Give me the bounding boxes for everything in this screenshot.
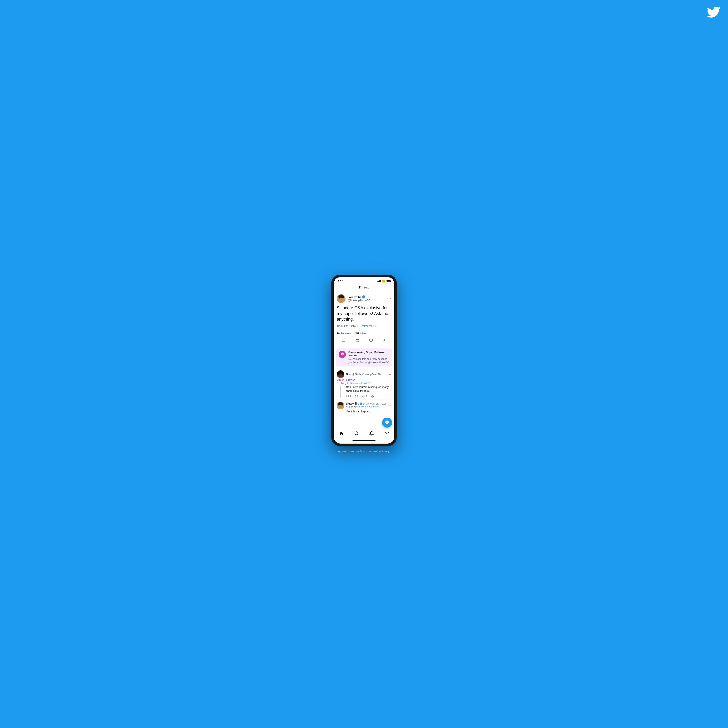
tweet-actions — [337, 337, 391, 344]
reply-tweet: Brie @Sktch_ComedyFan · 1h ··· Super Fol… — [333, 369, 395, 399]
reply-comment-action[interactable]: 1 — [346, 395, 351, 398]
reply-share-action[interactable] — [371, 395, 374, 398]
super-follows-title: You're seeing Super Follows content — [348, 351, 389, 357]
svg-point-13 — [337, 373, 340, 375]
reply-body: Can I breakout from using too many chemi… — [337, 385, 391, 398]
svg-point-22 — [340, 402, 342, 404]
reply-author-name-2: tiara willis — [346, 402, 359, 405]
tweet-author-row: tiara willis @MakeupForWOC ··· — [337, 294, 391, 303]
replying-to-2: Replying to @Sktch_Comedy... — [346, 405, 388, 408]
verified-badge-2 — [360, 402, 362, 405]
reply-header: Brie @Sktch_ComedyFan · 1h ··· — [337, 370, 391, 378]
compose-icon — [385, 420, 389, 425]
reply-action[interactable] — [342, 339, 346, 343]
reply-time: · 1h — [376, 373, 381, 376]
svg-point-14 — [342, 373, 344, 375]
share-action[interactable] — [382, 339, 387, 343]
nav-messages[interactable] — [385, 431, 389, 436]
thread-line — [337, 385, 344, 398]
phone-frame: 9:15 📶 ← Thread — [331, 275, 397, 446]
reply-more-button-2[interactable]: ··· — [388, 404, 391, 407]
status-time: 9:15 — [338, 280, 343, 283]
reply-meta-brie: Brie @Sktch_ComedyFan · 1h — [346, 373, 388, 376]
reply-author-handle: @Sktch_ComedyFan — [352, 373, 376, 376]
reply-meta-tiara: tiara willis @MakeupFor... · 10m Replyin… — [346, 402, 388, 409]
page-title: Thread — [359, 286, 370, 289]
twitter-logo — [707, 5, 720, 20]
nav-home[interactable] — [339, 431, 344, 436]
svg-point-16 — [338, 377, 344, 378]
reply-time-2: · 10m — [381, 402, 387, 405]
reply-more-button[interactable]: ··· — [388, 373, 391, 376]
like-action[interactable] — [369, 339, 373, 343]
verified-badge — [362, 295, 366, 298]
author-handle: @MakeupForWOC — [347, 299, 387, 302]
replies-section: Brie @Sktch_ComedyFan · 1h ··· Super Fol… — [333, 369, 395, 417]
reply-content: Can I breakout from using too many chemi… — [346, 385, 391, 398]
svg-line-26 — [357, 434, 358, 435]
wifi-icon: 📶 — [382, 280, 385, 283]
battery-icon — [386, 280, 390, 282]
svg-point-6 — [338, 301, 344, 303]
reply-text-brie: Can I breakout from using too many chemi… — [346, 385, 391, 393]
reply-author-handle-2: @MakeupFor... — [363, 402, 380, 405]
reply-like-action[interactable]: 4 — [362, 395, 367, 398]
reply-actions-brie: 1 — [346, 395, 391, 398]
author-info: tiara willis @MakeupForWOC — [347, 295, 387, 302]
status-icons: 📶 — [378, 280, 390, 283]
reply-text-tiara: Yes this can happen. — [337, 410, 391, 414]
back-button[interactable]: ← — [337, 285, 341, 290]
avatar — [337, 294, 346, 303]
reply-avatar-tiara — [337, 402, 344, 409]
more-options-button[interactable]: ··· — [387, 297, 391, 301]
tweet-meta: 12:32 PM · 9/1/21 · Twitter for iOS — [337, 324, 391, 327]
reply-author-name: Brie — [346, 373, 351, 376]
svg-point-24 — [338, 408, 343, 409]
nav-notifications[interactable] — [369, 431, 374, 436]
reply-comment-count: 1 — [350, 395, 351, 398]
screen-header: ← Thread — [333, 284, 395, 292]
replying-to-handle[interactable]: @MakeupForWOC — [350, 382, 371, 385]
svg-point-4 — [340, 294, 343, 297]
home-bar — [352, 440, 376, 441]
replying-to: Replying to @MakeupForWOC — [337, 382, 391, 385]
tweet-text: Skincare Q&A exclusive for my super foll… — [337, 305, 391, 322]
reply-tweet-2: tiara willis @MakeupFor... · 10m Replyin… — [333, 400, 395, 417]
super-follower-badge: Super Follower — [337, 378, 391, 381]
retweet-count: 18 Retweets — [337, 332, 352, 335]
tweet-stats: 18 Retweets 457 Likes — [337, 330, 391, 337]
main-tweet: tiara willis @MakeupForWOC ··· Skincare … — [333, 292, 395, 347]
reply-retweet-action[interactable] — [355, 395, 358, 398]
phone-screen: 9:15 📶 ← Thread — [333, 277, 395, 444]
super-follows-text: You're seeing Super Follows content You … — [348, 351, 389, 364]
disclaimer-text: Actual Super Follows content will vary. — [338, 450, 390, 453]
status-bar: 9:15 📶 — [333, 277, 395, 284]
reply-like-count: 4 — [366, 395, 367, 398]
super-follows-description: You can see this and reply because you S… — [348, 357, 389, 364]
svg-point-25 — [355, 432, 358, 435]
reply-avatar-brie — [337, 370, 344, 378]
super-follows-icon — [339, 351, 346, 358]
nav-search[interactable] — [354, 431, 359, 436]
tweet-timestamp: 12:32 PM · 9/1/21 — [337, 324, 358, 327]
replying-to-handle-2[interactable]: @Sktch_Comedy... — [359, 405, 381, 408]
author-name: tiara willis — [347, 295, 361, 299]
reply-header-2: tiara willis @MakeupFor... · 10m Replyin… — [337, 402, 391, 409]
retweet-action[interactable] — [355, 339, 359, 343]
home-indicator — [333, 439, 395, 444]
tweet-source[interactable]: Twitter for iOS — [360, 324, 377, 327]
like-count: 457 Likes — [355, 332, 366, 335]
compose-tweet-fab[interactable] — [382, 418, 392, 428]
signal-icon — [378, 280, 381, 282]
bottom-nav — [333, 428, 395, 439]
super-follows-banner: You're seeing Super Follows content You … — [336, 349, 392, 367]
